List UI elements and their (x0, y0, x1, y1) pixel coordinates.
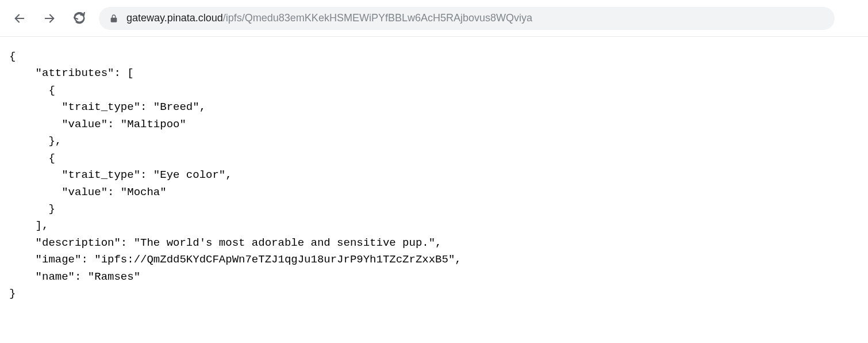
reload-button[interactable] (71, 10, 87, 26)
forward-button[interactable] (41, 10, 57, 26)
url-domain: gateway.pinata.cloud (126, 12, 223, 24)
browser-toolbar: gateway.pinata.cloud/ipfs/Qmedu83emKKekH… (0, 0, 868, 37)
arrow-right-icon (43, 12, 56, 25)
url-path: /ipfs/Qmedu83emKKekHSMEWiPYfBBLw6AcH5RAj… (223, 12, 532, 24)
nav-buttons (11, 10, 87, 26)
address-bar[interactable]: gateway.pinata.cloud/ipfs/Qmedu83emKKekH… (99, 7, 835, 30)
reload-icon (73, 12, 86, 25)
back-button[interactable] (11, 10, 28, 26)
page-content: { "attributes": [ { "trait_type": "Breed… (0, 37, 868, 314)
url-text: gateway.pinata.cloud/ipfs/Qmedu83emKKekH… (126, 12, 532, 24)
arrow-left-icon (13, 12, 26, 25)
json-body: { "attributes": [ { "trait_type": "Breed… (9, 48, 859, 303)
lock-icon (109, 14, 118, 23)
